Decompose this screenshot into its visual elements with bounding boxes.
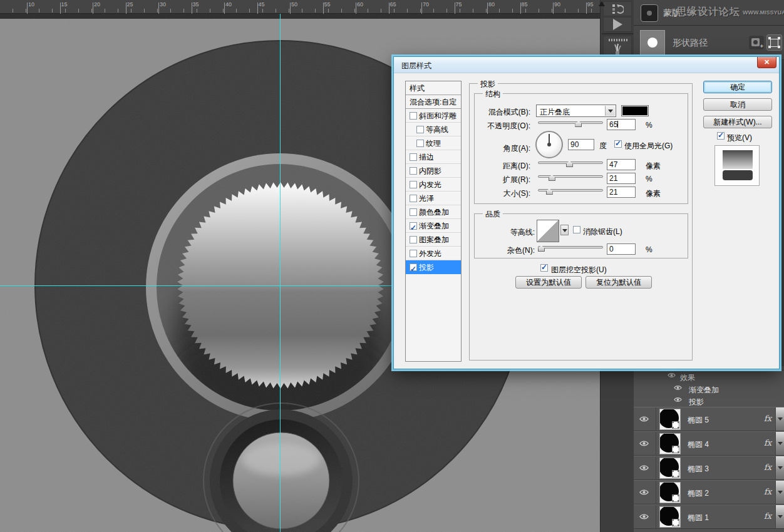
ruler-label: 65 <box>390 1 396 8</box>
blend-mode-dropdown[interactable]: 正片叠底 <box>536 105 616 117</box>
opacity-slider[interactable] <box>538 120 603 128</box>
style-item-label: 光泽 <box>419 194 434 203</box>
style-checkbox[interactable] <box>410 195 417 202</box>
style-item-13[interactable]: 投影 <box>406 260 461 274</box>
effect-label: 投影 <box>689 397 704 407</box>
style-checkbox[interactable] <box>410 167 417 175</box>
layer-visibility-cell[interactable] <box>634 407 656 432</box>
layer-row-4[interactable]: 椭圆 4fx <box>634 431 784 456</box>
eye-icon[interactable] <box>639 440 649 447</box>
vector-mask-icon <box>672 494 679 502</box>
distance-input[interactable]: 47 <box>607 159 636 170</box>
layer-row-1[interactable]: 椭圆 1fx <box>634 504 784 529</box>
add-mask-button[interactable]: + <box>749 36 764 49</box>
layer-name: 椭圆 1 <box>688 513 709 523</box>
layer-name: 椭圆 4 <box>688 439 709 450</box>
style-checkbox[interactable] <box>410 208 417 216</box>
shape-thumbnail[interactable] <box>640 30 665 55</box>
dialog-titlebar[interactable]: 图层样式 <box>394 57 779 73</box>
collapse-effects-arrow[interactable] <box>775 407 784 431</box>
make-default-button[interactable]: 设置为默认值 <box>515 276 582 289</box>
preview-checkbox[interactable] <box>717 132 725 140</box>
eye-icon[interactable] <box>639 464 649 471</box>
layer-visibility-cell[interactable] <box>634 481 656 505</box>
layer-knockout-label: 图层挖空投影(U) <box>551 265 607 275</box>
collapse-effects-arrow[interactable] <box>775 481 784 504</box>
style-item-11[interactable]: 图案叠加 <box>406 233 461 247</box>
ruler-label: 20 <box>94 1 100 8</box>
effect-row-2[interactable]: 投影 <box>634 395 784 407</box>
layer-visibility-cell[interactable] <box>634 505 656 529</box>
effect-row-0[interactable]: 效果 <box>634 371 784 382</box>
contour-thumbnail[interactable] <box>537 220 559 242</box>
noise-input[interactable]: 0 <box>607 243 636 255</box>
actions-panel-button[interactable] <box>603 17 632 32</box>
style-checkbox[interactable] <box>410 250 417 257</box>
history-panel-button[interactable] <box>603 1 632 16</box>
use-global-light-checkbox[interactable] <box>614 140 622 148</box>
style-checkbox[interactable] <box>410 263 417 271</box>
size-slider[interactable] <box>538 188 603 195</box>
close-button[interactable]: ✕ <box>757 57 776 68</box>
reset-default-button[interactable]: 复位为默认值 <box>585 276 652 289</box>
shadow-color-swatch[interactable] <box>621 105 649 116</box>
style-checkbox[interactable] <box>410 222 417 230</box>
style-checkbox[interactable] <box>416 126 424 133</box>
layer-visibility-cell[interactable] <box>634 432 656 456</box>
brush-panel-button[interactable] <box>603 36 632 57</box>
style-checkbox[interactable] <box>410 153 417 161</box>
vertical-guide <box>280 14 281 532</box>
eye-icon[interactable] <box>639 416 649 422</box>
path-operations-button[interactable] <box>766 34 782 51</box>
vector-mask-icon <box>672 421 679 429</box>
style-item-12[interactable]: 外发光 <box>406 247 461 260</box>
layer-row-3[interactable]: 椭圆 3fx <box>634 456 784 480</box>
layer-row-2[interactable]: 椭圆 2fx <box>634 480 784 504</box>
style-item-0[interactable]: 样式 <box>406 81 461 95</box>
layer-thumbnail[interactable] <box>659 482 681 503</box>
angle-dial[interactable] <box>535 131 563 158</box>
style-item-10[interactable]: 渐变叠加 <box>406 219 461 233</box>
eye-icon[interactable] <box>674 397 682 402</box>
spread-input[interactable]: 21 <box>607 173 636 184</box>
size-input[interactable]: 21 <box>607 187 636 198</box>
eye-icon[interactable] <box>674 385 682 391</box>
eye-icon[interactable] <box>639 489 649 496</box>
layer-style-dialog: 图层样式 ✕ 样式混合选项:自定斜面和浮雕等高线纹理描边内阴影内发光光泽颜色叠加… <box>393 56 780 369</box>
layer-thumbnail[interactable] <box>659 458 681 479</box>
style-item-9[interactable]: 颜色叠加 <box>406 205 461 219</box>
style-item-label: 内阴影 <box>419 166 441 175</box>
collapse-effects-arrow[interactable] <box>775 505 784 528</box>
layer-row-5[interactable]: 椭圆 5fx <box>634 407 784 431</box>
angle-unit: 度 <box>599 141 607 151</box>
style-checkbox[interactable] <box>416 140 424 147</box>
layer-thumbnail[interactable] <box>659 506 681 528</box>
contour-dropdown[interactable] <box>560 225 569 235</box>
spread-slider[interactable] <box>538 174 603 182</box>
layer-visibility-cell[interactable] <box>634 456 656 481</box>
opacity-input[interactable]: 65 <box>607 119 636 130</box>
cancel-button[interactable]: 取消 <box>703 98 772 111</box>
ruler-label: 60 <box>357 1 363 8</box>
collapse-effects-arrow[interactable] <box>775 432 784 455</box>
new-style-button[interactable]: 新建样式(W)... <box>703 116 772 128</box>
ok-button[interactable]: 确定 <box>703 81 772 93</box>
ruler-label: 50 <box>291 1 297 8</box>
style-checkbox[interactable] <box>410 112 417 120</box>
distance-slider[interactable] <box>538 160 603 168</box>
eye-icon[interactable] <box>668 372 676 378</box>
eye-icon[interactable] <box>639 513 649 520</box>
antialias-checkbox[interactable] <box>573 226 580 233</box>
chevron-down-icon[interactable] <box>605 106 615 116</box>
layer-knockout-checkbox[interactable] <box>540 264 548 272</box>
noise-unit: % <box>646 245 652 254</box>
collapse-effects-arrow[interactable] <box>775 456 784 479</box>
noise-slider[interactable] <box>538 245 603 252</box>
mask-thumbnail[interactable] <box>641 4 658 22</box>
angle-input[interactable]: 90 <box>568 139 594 150</box>
style-checkbox[interactable] <box>410 181 417 188</box>
layer-thumbnail[interactable] <box>659 433 681 454</box>
layer-thumbnail[interactable] <box>659 409 681 430</box>
style-checkbox[interactable] <box>410 236 417 243</box>
effect-row-1[interactable]: 渐变叠加 <box>634 383 784 395</box>
